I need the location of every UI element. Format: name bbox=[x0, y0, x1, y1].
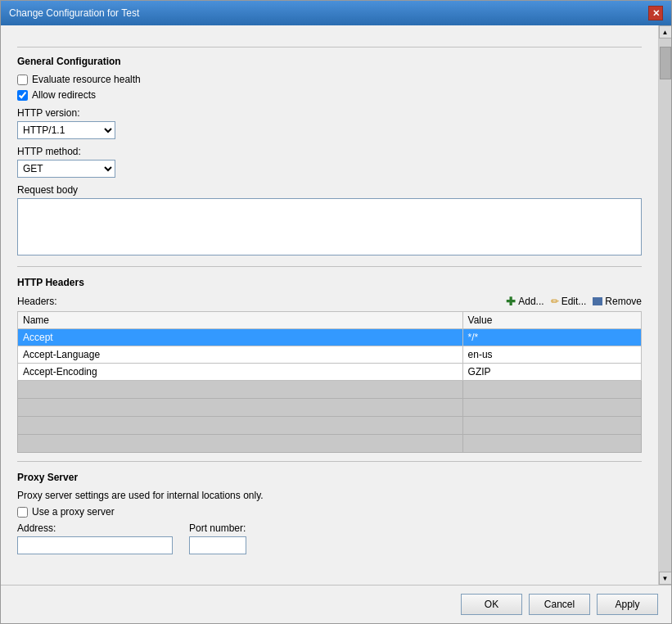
allow-redirects-row: Allow redirects bbox=[17, 89, 642, 101]
edit-label: Edit... bbox=[562, 296, 587, 307]
empty-cell bbox=[462, 417, 641, 435]
address-label: Address: bbox=[17, 522, 173, 534]
headers-label: Headers: bbox=[17, 296, 57, 307]
remove-label: Remove bbox=[605, 296, 642, 307]
port-input[interactable] bbox=[189, 536, 246, 554]
bottom-spacer bbox=[17, 554, 642, 571]
request-body-textarea[interactable] bbox=[17, 198, 642, 255]
port-group: Port number: bbox=[189, 522, 246, 554]
close-button[interactable]: ✕ bbox=[648, 6, 663, 20]
address-input[interactable] bbox=[17, 536, 173, 554]
http-version-label: HTTP version: bbox=[17, 107, 642, 119]
header-name-cell: Accept-Encoding bbox=[18, 364, 463, 381]
empty-cell bbox=[462, 381, 641, 399]
http-version-select[interactable]: HTTP/1.1 HTTP/1.0 HTTP/2 bbox=[17, 121, 115, 139]
content-area: General Configuration Evaluate resource … bbox=[1, 25, 658, 585]
proxy-separator bbox=[17, 461, 642, 462]
right-scrollbar[interactable]: ▲ ▼ bbox=[658, 25, 671, 585]
proxy-server-section: Proxy Server Proxy server settings are u… bbox=[17, 472, 642, 554]
empty-cell bbox=[18, 435, 463, 453]
address-group: Address: bbox=[17, 522, 173, 554]
request-body-label: Request body bbox=[17, 184, 642, 196]
use-proxy-checkbox[interactable] bbox=[17, 507, 28, 518]
dialog-window: Change Configuration for Test ✕ General … bbox=[0, 0, 672, 624]
http-method-select[interactable]: GET POST PUT DELETE HEAD OPTIONS bbox=[17, 160, 115, 178]
col-name-header: Name bbox=[18, 312, 463, 329]
dialog-body: General Configuration Evaluate resource … bbox=[1, 25, 671, 585]
table-row[interactable]: Accept-Language en-us bbox=[18, 346, 642, 364]
headers-table: Name Value Accept */* Accept-Language en… bbox=[17, 311, 642, 453]
headers-table-header-row: Name Value bbox=[18, 312, 642, 329]
port-label: Port number: bbox=[189, 522, 246, 534]
http-method-label: HTTP method: bbox=[17, 146, 642, 157]
scroll-thumb[interactable] bbox=[660, 47, 671, 79]
toolbar-buttons: ✚ Add... ✏ Edit... Remove bbox=[506, 295, 642, 308]
table-row-empty bbox=[18, 417, 642, 435]
header-value-cell: */* bbox=[462, 329, 641, 346]
table-row[interactable]: Accept */* bbox=[18, 329, 642, 346]
header-value-cell: en-us bbox=[462, 346, 641, 364]
dialog-footer: OK Cancel Apply bbox=[1, 585, 671, 623]
evaluate-health-label: Evaluate resource health bbox=[32, 74, 141, 85]
allow-redirects-checkbox[interactable] bbox=[17, 90, 28, 101]
cancel-button[interactable]: Cancel bbox=[529, 594, 590, 615]
add-icon: ✚ bbox=[506, 295, 516, 308]
add-header-button[interactable]: ✚ Add... bbox=[506, 295, 543, 308]
use-proxy-label: Use a proxy server bbox=[32, 506, 115, 518]
evaluate-health-row: Evaluate resource health bbox=[17, 74, 642, 85]
dialog-title: Change Configuration for Test bbox=[9, 7, 139, 19]
empty-cell bbox=[462, 399, 641, 417]
allow-redirects-label: Allow redirects bbox=[32, 89, 96, 101]
empty-cell bbox=[18, 399, 463, 417]
table-row[interactable]: Accept-Encoding GZIP bbox=[18, 364, 642, 381]
http-headers-section: HTTP Headers Headers: ✚ Add... ✏ Edit... bbox=[17, 277, 642, 453]
proxy-description: Proxy server settings are used for inter… bbox=[17, 490, 642, 501]
table-row-empty bbox=[18, 435, 642, 453]
apply-button[interactable]: Apply bbox=[597, 594, 658, 615]
scroll-down-button[interactable]: ▼ bbox=[659, 572, 672, 585]
general-config-heading: General Configuration bbox=[17, 56, 642, 67]
ok-button[interactable]: OK bbox=[461, 594, 522, 615]
evaluate-health-checkbox[interactable] bbox=[17, 75, 28, 85]
add-label: Add... bbox=[518, 296, 543, 307]
title-bar: Change Configuration for Test ✕ bbox=[1, 1, 671, 25]
edit-icon: ✏ bbox=[551, 296, 559, 307]
headers-toolbar: Headers: ✚ Add... ✏ Edit... Remove bbox=[17, 295, 642, 308]
scroll-track[interactable] bbox=[659, 38, 672, 572]
top-separator bbox=[17, 47, 642, 47]
header-value-cell: GZIP bbox=[462, 364, 641, 381]
proxy-server-heading: Proxy Server bbox=[17, 472, 642, 483]
use-proxy-row: Use a proxy server bbox=[17, 506, 642, 518]
http-headers-heading: HTTP Headers bbox=[17, 277, 642, 288]
table-row-empty bbox=[18, 399, 642, 417]
address-fields: Address: Port number: bbox=[17, 522, 642, 554]
empty-cell bbox=[462, 435, 641, 453]
header-name-cell: Accept-Language bbox=[18, 346, 463, 364]
mid-separator bbox=[17, 266, 642, 267]
scroll-up-button[interactable]: ▲ bbox=[659, 25, 672, 38]
empty-cell bbox=[18, 417, 463, 435]
remove-icon bbox=[593, 297, 602, 305]
col-value-header: Value bbox=[462, 312, 641, 329]
table-row-empty bbox=[18, 381, 642, 399]
empty-cell bbox=[18, 381, 463, 399]
remove-header-button[interactable]: Remove bbox=[593, 296, 642, 307]
header-name-cell: Accept bbox=[18, 329, 463, 346]
edit-header-button[interactable]: ✏ Edit... bbox=[551, 296, 587, 307]
